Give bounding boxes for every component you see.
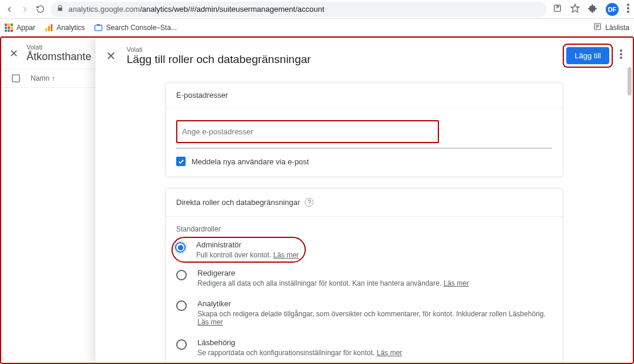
search-console-bookmark-label: Search Console–Sta... bbox=[106, 24, 177, 32]
svg-point-24 bbox=[620, 53, 622, 55]
add-button[interactable]: Lägg till bbox=[566, 47, 609, 64]
chrome-menu-icon[interactable] bbox=[627, 4, 629, 15]
role-analyst[interactable]: Analytiker Skapa och redigera delade til… bbox=[166, 293, 563, 332]
reading-list-button[interactable]: Läslista bbox=[593, 22, 629, 32]
analytics-bookmark-label: Analytics bbox=[57, 24, 85, 32]
more-menu-icon[interactable] bbox=[620, 49, 622, 62]
learn-more-link[interactable]: Läs mer bbox=[273, 251, 299, 259]
reading-list-icon bbox=[593, 22, 602, 32]
email-section-label: E-postadresser bbox=[166, 82, 563, 108]
address-bar[interactable]: analytics.google.com/analytics/web/#/adm… bbox=[51, 2, 547, 17]
svg-point-23 bbox=[620, 49, 622, 52]
modal-close-button[interactable]: ✕ bbox=[106, 49, 116, 63]
reload-button[interactable] bbox=[35, 5, 45, 14]
svg-rect-14 bbox=[45, 28, 47, 31]
svg-rect-10 bbox=[11, 27, 13, 29]
svg-rect-11 bbox=[5, 29, 7, 32]
page-title: Åtkomsthante bbox=[27, 51, 91, 63]
svg-rect-13 bbox=[11, 29, 13, 32]
forward-button[interactable] bbox=[20, 5, 29, 14]
select-all-checkbox[interactable] bbox=[12, 74, 20, 82]
page-content: ✕ Volati Åtkomsthante Namn ↑ ✕ Volati Lä… bbox=[0, 37, 634, 364]
role-reader[interactable]: Läsbehörig Se rapportdata och konfigurat… bbox=[166, 332, 563, 363]
svg-rect-5 bbox=[5, 24, 7, 26]
svg-point-2 bbox=[627, 4, 629, 6]
radio-selected[interactable] bbox=[175, 242, 186, 253]
browser-toolbar: analytics.google.com/analytics/web/#/adm… bbox=[0, 0, 634, 19]
search-console-icon bbox=[94, 24, 103, 32]
add-button-highlight: Lägg till bbox=[563, 44, 613, 68]
email-input-highlight bbox=[176, 120, 439, 143]
learn-more-link[interactable]: Läs mer bbox=[444, 279, 469, 287]
svg-rect-9 bbox=[8, 27, 10, 29]
svg-rect-8 bbox=[5, 27, 7, 29]
svg-point-4 bbox=[627, 11, 629, 13]
roles-card: Direkta roller och databegränsningar ? S… bbox=[165, 188, 563, 363]
analytics-bookmark[interactable]: Analytics bbox=[45, 24, 85, 32]
lock-icon bbox=[57, 5, 64, 14]
back-button[interactable] bbox=[5, 5, 14, 14]
role-administrator[interactable]: Administratör Full kontroll över kontot.… bbox=[175, 240, 299, 259]
modal-breadcrumb: Volati bbox=[127, 46, 311, 53]
column-name[interactable]: Namn ↑ bbox=[31, 74, 55, 82]
radio-unselected[interactable] bbox=[176, 339, 187, 350]
svg-rect-7 bbox=[11, 24, 13, 26]
svg-rect-6 bbox=[8, 24, 10, 26]
role-admin-highlight: Administratör Full kontroll över kontot.… bbox=[171, 237, 306, 263]
role-name: Analytiker bbox=[197, 299, 552, 308]
role-desc: Skapa och redigera delade tillgångar, so… bbox=[197, 310, 552, 326]
analytics-icon bbox=[45, 24, 53, 32]
modal-title: Lägg till roller och databegränsningar bbox=[127, 53, 311, 66]
profile-avatar[interactable]: DF bbox=[606, 3, 619, 16]
share-icon[interactable] bbox=[553, 4, 562, 15]
access-management-panel: ✕ Volati Åtkomsthante Namn ↑ bbox=[1, 38, 95, 363]
svg-rect-16 bbox=[51, 24, 52, 31]
learn-more-link[interactable]: Läs mer bbox=[197, 318, 223, 326]
role-editor[interactable]: Redigerare Redigera all data och alla in… bbox=[166, 263, 563, 293]
role-name: Läsbehörig bbox=[197, 338, 402, 347]
svg-rect-18 bbox=[97, 24, 100, 26]
email-input[interactable] bbox=[177, 121, 438, 142]
apps-icon bbox=[5, 24, 13, 32]
add-roles-modal: ✕ Volati Lägg till roller och databegrän… bbox=[95, 38, 633, 363]
role-desc: Redigera all data och alla inställningar… bbox=[197, 279, 469, 287]
svg-point-3 bbox=[627, 7, 629, 9]
apps-bookmark-label: Appar bbox=[16, 24, 35, 32]
extensions-icon[interactable] bbox=[588, 4, 597, 15]
role-desc: Se rapportdata och konfigurationsinställ… bbox=[197, 349, 402, 357]
radio-unselected[interactable] bbox=[176, 300, 187, 311]
svg-rect-17 bbox=[95, 25, 102, 31]
standard-roles-label: Standardroller bbox=[166, 217, 563, 237]
svg-marker-1 bbox=[571, 4, 579, 12]
url-text: analytics.google.com/analytics/web/#/adm… bbox=[68, 5, 324, 14]
apps-bookmark[interactable]: Appar bbox=[5, 24, 35, 32]
email-addresses-card: E-postadresser Meddela nya användare via… bbox=[165, 82, 563, 177]
star-icon[interactable] bbox=[570, 4, 580, 15]
notify-label: Meddela nya användare via e-post bbox=[191, 157, 309, 166]
scrollbar[interactable] bbox=[628, 72, 632, 95]
learn-more-link[interactable]: Läs mer bbox=[377, 349, 402, 357]
svg-rect-12 bbox=[8, 29, 10, 32]
bookmarks-bar: Appar Analytics Search Console–Sta... Lä… bbox=[0, 19, 634, 37]
role-name: Administratör bbox=[196, 240, 299, 249]
svg-point-25 bbox=[620, 57, 622, 59]
svg-rect-15 bbox=[48, 26, 50, 31]
close-icon[interactable]: ✕ bbox=[9, 47, 18, 60]
radio-unselected[interactable] bbox=[176, 270, 187, 280]
modal-header: ✕ Volati Lägg till roller och databegrän… bbox=[95, 38, 633, 72]
role-desc: Full kontroll över kontot. Läs mer bbox=[196, 251, 299, 259]
breadcrumb: Volati bbox=[27, 44, 91, 51]
role-name: Redigerare bbox=[197, 269, 469, 277]
reading-list-label: Läslista bbox=[605, 24, 629, 32]
help-icon[interactable]: ? bbox=[305, 198, 313, 207]
search-console-bookmark[interactable]: Search Console–Sta... bbox=[94, 24, 177, 32]
roles-section-title: Direkta roller och databegränsningar bbox=[176, 198, 300, 207]
role-none[interactable]: Inga Ingen roll har tilldelats. Läs mer bbox=[166, 363, 563, 363]
notify-checkbox[interactable] bbox=[176, 157, 186, 166]
